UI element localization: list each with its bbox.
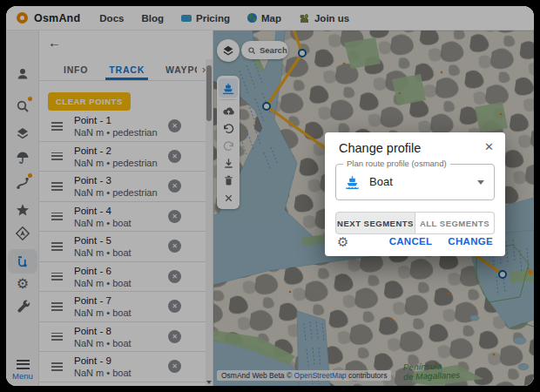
profile-select[interactable]: Plan route profile (osmand) Boat bbox=[335, 164, 495, 200]
gear-icon[interactable]: ⚙ bbox=[337, 235, 348, 248]
profile-select-value: Boat bbox=[369, 175, 393, 188]
dialog-close-button[interactable]: ✕ bbox=[483, 139, 496, 155]
boat-icon bbox=[344, 173, 361, 190]
dropdown-caret-icon bbox=[477, 180, 484, 185]
dialog-footer: ⚙ CANCEL CHANGE bbox=[337, 233, 493, 249]
change-button[interactable]: CHANGE bbox=[448, 236, 493, 247]
app-window: OsmAnd Docs Blog Pricing Map Join us bbox=[6, 6, 534, 386]
cancel-button[interactable]: CANCEL bbox=[389, 236, 433, 247]
all-segments-button[interactable]: ALL SEGMENTS bbox=[415, 212, 495, 234]
next-segments-button[interactable]: NEXT SEGMENTS bbox=[335, 212, 415, 234]
change-profile-dialog: Change profile ✕ Plan route profile (osm… bbox=[325, 132, 505, 256]
profile-select-label: Plan route profile (osmand) bbox=[343, 159, 450, 168]
segments-toggle: NEXT SEGMENTS ALL SEGMENTS bbox=[335, 212, 495, 234]
dialog-title: Change profile bbox=[339, 141, 421, 155]
